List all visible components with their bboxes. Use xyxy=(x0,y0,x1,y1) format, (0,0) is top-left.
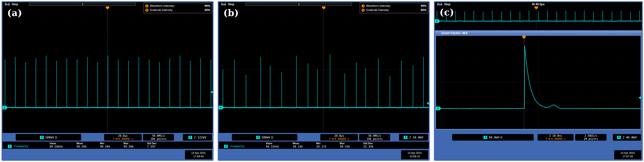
vertical-scale-readout: 2 100mV Ω xyxy=(232,134,298,141)
stat-header: Std Dev xyxy=(147,142,170,145)
tek-logo: Tek xyxy=(4,3,10,6)
ch2-badge: 2 xyxy=(40,136,44,139)
graticule-intensity-label: Graticule Intensity: xyxy=(366,9,390,12)
zoom-timebase-value: Z 10.0ns xyxy=(549,134,562,137)
stat-value: 20.17k xyxy=(316,145,340,148)
stat-header: Min xyxy=(316,142,340,145)
graticule: 2 xyxy=(2,6,212,133)
vertical-scale-value: 100mV xyxy=(261,136,270,139)
coupling-symbol: Ω xyxy=(500,136,502,139)
tek-logo: Tek xyxy=(436,3,442,6)
measurement-col: Max99.59k xyxy=(124,142,147,148)
svg-text:2: 2 xyxy=(437,107,439,110)
trigger-level-value: 122mV xyxy=(197,136,206,139)
rising-edge-icon xyxy=(622,136,625,139)
stat-header: Max xyxy=(124,142,147,145)
trigger-position-icon: T→▼ xyxy=(546,137,550,140)
trigger-source-badge: 2 xyxy=(617,136,621,139)
graticule-intensity-value: 50% xyxy=(204,9,210,12)
waveform-ch2: 2 xyxy=(219,6,429,133)
record-length-value: 10k points xyxy=(367,137,383,140)
zoom-factor-label: Zoom Factor: 4kX xyxy=(441,31,468,35)
measurement-col: Min20.17k xyxy=(316,142,340,148)
measurement-row: 2 Frequency Value99.58kHz Mean99.59k Min… xyxy=(2,141,212,149)
acquisition-preview-bar xyxy=(29,3,136,6)
horizontal-readout: 20.0µs T→▼ 0.00000 s xyxy=(320,134,358,141)
acquisition-readout: 50.0MS/s 10k points xyxy=(143,134,174,141)
trigger-position-readout: T→▼ 0.00000 s xyxy=(329,137,349,140)
measurement-source: 2 Frequency xyxy=(8,144,28,148)
trigger-position-icon: T→▼ xyxy=(329,137,334,140)
date-value: 13 Apr 2015 xyxy=(408,151,422,155)
vertical-scale-readout: 2 100mV Ω xyxy=(16,134,81,141)
measurement-col: Min99.58k xyxy=(100,142,124,148)
stat-value: 38.15k xyxy=(293,145,316,148)
stat-value: 15.34k xyxy=(363,145,387,148)
stat-header: Std Dev xyxy=(363,142,387,145)
measurement-row: 2 Frequency Value50.31kHz Mean38.15k Min… xyxy=(219,141,429,149)
svg-text:2: 2 xyxy=(220,106,221,109)
scope-header: Tek Stop M 40.0µs xyxy=(435,2,642,6)
timebase-value: 20.0µs xyxy=(334,134,344,137)
date-value: 13 Apr 2015 xyxy=(191,151,206,155)
knob-b-icon: b xyxy=(145,9,148,12)
measurement-ch-badge: 2 xyxy=(8,145,12,148)
measurement-ch-badge: 2 xyxy=(224,145,228,148)
datetime-box: 14 Apr 2015 17:07:34 xyxy=(614,150,641,159)
stat-value: 50.43k xyxy=(340,145,363,148)
stat-header: Value xyxy=(266,142,293,145)
acquisition-readout: 50.0MS/s 10k points xyxy=(359,134,390,141)
sample-rate-value: 2.50GS/s xyxy=(584,134,597,137)
measurement-col: Mean38.15k xyxy=(293,142,316,148)
stat-header: Value xyxy=(50,142,76,145)
stat-header: Mean xyxy=(76,142,100,145)
knob-a-icon: a xyxy=(362,5,365,8)
oscilloscope-screenshot-b: Tek Stop a Waveform Intensity: 90% b Gra… xyxy=(218,1,430,161)
stat-header: Max xyxy=(340,142,363,145)
coupling-symbol: Ω xyxy=(271,136,273,139)
acquisition-readout: 2.50GS/s 1M points xyxy=(575,134,606,141)
trigger-readout: 2 46.0mV xyxy=(613,134,641,141)
readout-row: 2 100mV Ω 20.0µs T→▼ 0.00000 s 50.0MS/s … xyxy=(219,134,429,141)
measurement-col: Std Dev7.597 xyxy=(147,142,170,148)
readout-row: 2 50.0mV Ω Z 10.0ns T→▼ 0.00000 s 2.50GS… xyxy=(435,134,642,141)
stat-header: Mean xyxy=(293,142,316,145)
stat-value: 99.59k xyxy=(124,145,147,148)
oscilloscope-screenshot-c: Tek Stop M 40.0µs 2 (c) Zoom Factor: 4kX… xyxy=(434,1,643,161)
acquisition-preview-bar xyxy=(245,3,352,6)
main-timebase-label: M 40.0µs xyxy=(532,3,544,6)
waveform-intensity-row: a Waveform Intensity: 90% xyxy=(362,4,426,8)
acquisition-status: Stop xyxy=(444,3,450,6)
graticule-intensity-value: 50% xyxy=(421,9,426,12)
waveform-intensity-label: Waveform Intensity: xyxy=(150,4,175,8)
acquisition-status: Stop xyxy=(228,3,234,6)
stat-value: 7.597 xyxy=(147,145,170,148)
stat-value: 99.58kHz xyxy=(50,145,76,148)
intensity-readout-box: a Waveform Intensity: 90% b Graticule In… xyxy=(360,3,428,13)
stat-value: 99.58k xyxy=(100,145,124,148)
measurement-col: Value99.58kHz xyxy=(50,142,76,148)
trigger-source-badge: 2 xyxy=(404,136,408,139)
figure-label-c: (c) xyxy=(440,7,454,18)
knob-a-icon: a xyxy=(145,5,148,8)
trigger-readout: 2 34.0mV xyxy=(399,134,428,141)
acquisition-status: Stop xyxy=(12,3,18,6)
graticule: 2 xyxy=(219,6,429,133)
trigger-readout: 2 122mV xyxy=(183,134,212,141)
measurement-source: 2 Frequency xyxy=(224,144,244,148)
stat-value: 99.59k xyxy=(76,145,100,148)
rising-edge-icon xyxy=(194,136,196,139)
measurement-col: Value50.31kHz xyxy=(266,142,293,148)
readout-row: 2 100mV Ω 20.0µs T→▼ 0.00000 s 50.0MS/s … xyxy=(2,134,212,141)
oscilloscope-screenshot-a: Tek Stop a Waveform Intensity: 90% b Gra… xyxy=(2,1,214,161)
horizontal-readout: Z 10.0ns T→▼ 0.00000 s xyxy=(538,134,574,141)
vertical-scale-readout: 2 50.0mV Ω xyxy=(452,134,534,141)
trigger-source-badge: 2 xyxy=(188,136,192,139)
record-length-value: 1M points xyxy=(584,137,598,140)
trigger-position-value: 0.00000 s xyxy=(551,137,566,140)
figure-label-a: (a) xyxy=(7,8,22,18)
knob-b-icon: b xyxy=(362,9,365,12)
time-value: 15:06:10 xyxy=(410,155,420,158)
record-length-value: 10k points xyxy=(150,137,166,140)
measurement-name: Frequency xyxy=(14,144,28,148)
